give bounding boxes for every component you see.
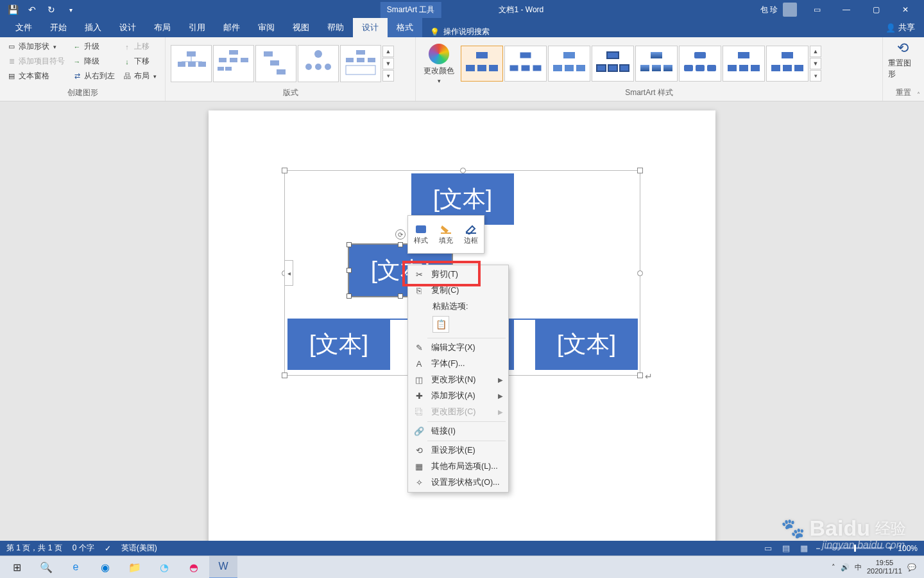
maximize-button[interactable]: ▢	[861, 0, 891, 19]
ribbon-options-icon[interactable]: ▭	[802, 0, 832, 19]
demote-button[interactable]: →降级	[71, 55, 117, 68]
undo-icon[interactable]: ↶	[27, 4, 37, 15]
layout-thumb[interactable]	[340, 45, 381, 82]
proofing-icon[interactable]: ✓	[105, 544, 111, 553]
tab-mailings[interactable]: 邮件	[214, 18, 249, 37]
style-thumb[interactable]	[679, 46, 721, 82]
mini-outline-button[interactable]: 边框	[459, 216, 484, 253]
tab-references[interactable]: 引用	[180, 18, 214, 37]
resize-handle[interactable]	[637, 270, 643, 276]
ie-icon[interactable]: e	[62, 556, 90, 579]
resize-handle[interactable]	[398, 242, 403, 247]
smartart-node[interactable]: [文本]	[535, 319, 638, 370]
zoom-slider[interactable]	[825, 547, 883, 549]
save-icon[interactable]: 💾	[8, 4, 18, 15]
style-thumb[interactable]	[635, 46, 678, 82]
rotate-handle[interactable]: ⟳	[395, 229, 406, 240]
zoom-in-button[interactable]: +	[888, 544, 893, 553]
layout-thumb[interactable]	[171, 45, 212, 82]
resize-handle[interactable]	[637, 372, 643, 378]
resize-handle[interactable]	[282, 372, 287, 378]
notifications-icon[interactable]: 💬	[907, 563, 916, 572]
reset-graphic-button[interactable]: ⟲ 重置图形	[888, 40, 918, 80]
resize-handle[interactable]	[460, 168, 466, 173]
style-thumb[interactable]	[723, 46, 765, 82]
resize-handle[interactable]	[346, 242, 352, 247]
menu-edit-text[interactable]: ✎编辑文字(X)	[408, 340, 508, 356]
mini-fill-button[interactable]: 填充	[433, 216, 458, 253]
tray-chevron-icon[interactable]: ˄	[832, 563, 835, 572]
tab-file[interactable]: 文件	[6, 18, 41, 37]
read-mode-icon[interactable]: ▭	[762, 543, 774, 554]
add-shape-button[interactable]: ▭添加形状▾	[5, 40, 67, 53]
share-button[interactable]: 👤 共享	[886, 22, 915, 33]
layouts-gallery-scroll[interactable]: ▲ ▼ ▾	[382, 46, 394, 82]
mini-style-button[interactable]: 样式	[408, 216, 433, 253]
word-count[interactable]: 0 个字	[73, 543, 94, 554]
zoom-out-button[interactable]: −	[816, 544, 820, 553]
edge-icon[interactable]: ◉	[91, 556, 119, 579]
menu-font[interactable]: A字体(F)...	[408, 356, 508, 372]
tell-me-search[interactable]: 💡 操作说明搜索	[422, 26, 497, 37]
gallery-down-icon[interactable]: ▼	[810, 58, 821, 69]
explorer-icon[interactable]: 📁	[121, 556, 149, 579]
word-taskbar-icon[interactable]: W	[209, 556, 237, 579]
tab-smartart-format[interactable]: 格式	[388, 18, 422, 37]
style-thumb[interactable]	[766, 46, 809, 82]
app-icon[interactable]: ◓	[180, 556, 208, 579]
search-button[interactable]: 🔍	[32, 556, 60, 579]
tab-smartart-design[interactable]: 设计	[353, 18, 388, 37]
menu-link[interactable]: 🔗链接(I)	[408, 423, 508, 439]
change-colors-button[interactable]: 更改颜色▾	[421, 40, 457, 87]
gallery-more-icon[interactable]: ▾	[810, 70, 821, 82]
layout-button[interactable]: 品布局▾	[121, 69, 158, 83]
user-name[interactable]: 包 珍	[760, 4, 778, 15]
tab-layout[interactable]: 布局	[145, 18, 180, 37]
smartart-node[interactable]: [文本]	[287, 319, 390, 370]
tab-help[interactable]: 帮助	[318, 18, 353, 37]
resize-handle[interactable]	[398, 293, 403, 299]
menu-other-layout[interactable]: ▦其他布局选项(L)...	[408, 459, 508, 475]
menu-format-shape[interactable]: ✧设置形状格式(O)...	[408, 475, 508, 491]
style-thumb[interactable]	[461, 46, 503, 82]
web-layout-icon[interactable]: ▦	[798, 543, 810, 554]
tab-home[interactable]: 开始	[41, 18, 76, 37]
layout-thumb[interactable]	[298, 45, 339, 82]
user-avatar[interactable]	[783, 3, 797, 17]
tab-design[interactable]: 设计	[110, 18, 145, 37]
page-indicator[interactable]: 第 1 页，共 1 页	[6, 543, 62, 554]
text-pane-button[interactable]: ▤文本窗格	[5, 69, 67, 83]
menu-reset-shape[interactable]: ⟲重设形状(E)	[408, 442, 508, 459]
style-thumb[interactable]	[548, 46, 590, 82]
print-layout-icon[interactable]: ▤	[780, 543, 792, 554]
gallery-up-icon[interactable]: ▲	[382, 46, 394, 57]
browser-icon[interactable]: ◔	[150, 556, 178, 579]
resize-handle[interactable]	[637, 168, 643, 173]
language-indicator[interactable]: 英语(美国)	[121, 543, 157, 554]
gallery-more-icon[interactable]: ▾	[382, 70, 394, 82]
resize-handle[interactable]	[282, 168, 287, 173]
menu-copy[interactable]: ⎘复制(C)	[408, 283, 508, 299]
collapse-ribbon-icon[interactable]: ˄	[917, 91, 920, 98]
tab-review[interactable]: 审阅	[249, 18, 284, 37]
close-button[interactable]: ✕	[891, 0, 920, 19]
menu-cut[interactable]: ✂剪切(T)	[408, 267, 508, 283]
gallery-down-icon[interactable]: ▼	[382, 58, 394, 69]
rtl-button[interactable]: ⇄从右到左	[71, 69, 117, 83]
volume-icon[interactable]: 🔊	[841, 563, 850, 572]
style-thumb[interactable]	[592, 46, 634, 82]
tab-insert[interactable]: 插入	[76, 18, 110, 37]
minimize-button[interactable]: —	[832, 0, 861, 19]
gallery-up-icon[interactable]: ▲	[810, 46, 821, 57]
styles-gallery-scroll[interactable]: ▲ ▼ ▾	[810, 46, 821, 82]
clock[interactable]: 19:55 2020/11/11	[867, 559, 902, 575]
move-down-button[interactable]: ↓下移	[121, 55, 158, 68]
promote-button[interactable]: ←升级	[71, 40, 117, 53]
text-pane-toggle[interactable]: ◂	[284, 260, 293, 286]
resize-handle[interactable]	[346, 293, 352, 299]
menu-add-shape[interactable]: ✚添加形状(A)▶	[408, 388, 508, 404]
style-thumb[interactable]	[504, 46, 547, 82]
layout-thumb[interactable]	[255, 45, 296, 82]
ime-indicator[interactable]: 中	[855, 563, 862, 572]
qat-more-icon[interactable]: ▾	[65, 4, 76, 15]
